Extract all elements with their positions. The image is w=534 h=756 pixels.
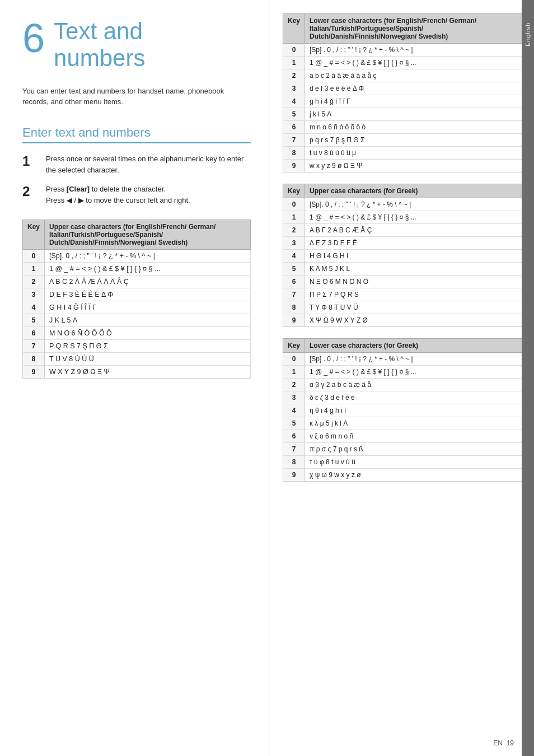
table-row: 9w x y z 9 ø Ω Ξ Ψ	[283, 160, 525, 172]
table-row: 6Ν Ξ Ο 6 M N O Ñ Ö	[283, 276, 525, 288]
key-cell: 1	[23, 263, 45, 276]
left-upper-table: Key Upper case characters (for English/F…	[22, 220, 251, 379]
step-2-text: Press [Clear] to delete the character. P…	[46, 184, 190, 206]
key-cell: 8	[283, 301, 305, 314]
key-cell: 0	[283, 44, 305, 57]
table-row: 11 @ _ # = < > ( ) & £ $ ¥ [ ] { } ¤ § .…	[283, 57, 525, 69]
steps-list: 1 Press once or several times on the alp…	[22, 153, 251, 207]
chars-cell: 1 @ _ # = < > ( ) & £ $ ¥ [ ] { } ¤ § ..…	[45, 263, 251, 276]
chars-cell: [Sp]. 0 , / : ; " ' ! ¡ ? ¿ * + - % \ ^ …	[305, 198, 525, 211]
table-row: 5j k l 5 Λ	[283, 108, 525, 121]
step-2-number: 2	[22, 184, 40, 200]
right-upper-en-table: Key Lower case characters (for English/F…	[283, 13, 525, 172]
key-cell: 2	[283, 379, 305, 391]
chars-cell: Π Ρ Σ 7 P Q R S	[305, 288, 525, 301]
key-cell: 5	[283, 108, 305, 121]
table-row: 2a b c 2 à â æ á ã ä å ç	[283, 69, 525, 82]
table-row: 11 @ _ # = < > ( ) & £ $ ¥ [ ] { } ¤ § .…	[283, 366, 525, 379]
key-cell: 3	[283, 82, 305, 95]
key-cell: 6	[23, 327, 45, 340]
table-row: 0[Sp] . 0 , / : ; " ' ! ¡ ? ¿ * + - % \ …	[283, 353, 525, 366]
chars-cell: T U V 8 Ù Ú Ü	[45, 353, 251, 366]
chars-cell: j k l 5 Λ	[305, 108, 525, 121]
key-cell: 7	[23, 340, 45, 353]
key-cell: 5	[23, 314, 45, 327]
chars-cell: g h i 4 ğ í î ï Γ	[305, 95, 525, 108]
key-cell: 8	[23, 353, 45, 366]
table-row: 9χ ψ ω 9 w x y z ø	[283, 469, 525, 482]
key-cell: 3	[283, 391, 305, 404]
footer-lang: EN	[493, 739, 503, 747]
key-cell: 5	[283, 417, 305, 430]
key-cell: 5	[283, 263, 305, 276]
key-cell: 6	[283, 276, 305, 288]
chars-cell: α β γ 2 a b c à æ ä å	[305, 379, 525, 391]
key-cell: 0	[23, 250, 45, 263]
chars-cell: 1 @ _ # = < > ( ) & £ $ ¥ [ ] { } ¤ § ..…	[305, 211, 525, 224]
left-panel: 6 Text and numbers You can enter text an…	[0, 0, 269, 756]
table-row: 2α β γ 2 a b c à æ ä å	[283, 379, 525, 391]
step-1-number: 1	[22, 153, 40, 170]
table-row: 4Η Θ Ι 4 G H I	[283, 250, 525, 263]
right-panel: Key Lower case characters (for English/F…	[269, 0, 534, 756]
chars-cell: p q r s 7 β ş Π Θ Σ	[305, 134, 525, 147]
chars-cell: χ ψ ω 9 w x y z ø	[305, 469, 525, 482]
chars-cell: Χ Ψ Ω 9 W X Y Z Ø	[305, 314, 525, 327]
key-cell: 2	[283, 224, 305, 237]
key-cell: 3	[23, 288, 45, 301]
chars-cell: [Sp] . 0 , / : ; " ' ! ¡ ? ¿ * + - % \ ^…	[305, 44, 525, 57]
table-row: 6ν ξ ο 6 m n o ñ	[283, 430, 525, 443]
chars-cell: κ λ μ 5 j k l Λ	[305, 417, 525, 430]
chars-cell: D E F 3 È É Ê Ë Δ Φ	[45, 288, 251, 301]
table-row: 0[Sp]. 0 , / : ; " ' ! ¡ ? ¿ * + - % \ ^…	[23, 250, 251, 263]
table-row: 3d e f 3 è é ê ë Δ Φ	[283, 82, 525, 95]
table-row: 6M N O 6 Ñ Ó Ô Õ Ö	[23, 327, 251, 340]
right-upper-gr-chars-header: Upper case characters (for Greek)	[305, 184, 525, 198]
table-row: 8T U V 8 Ù Ú Ü	[23, 353, 251, 366]
section-heading: Enter text and numbers	[22, 125, 251, 143]
key-cell: 4	[23, 301, 45, 314]
table-row: 8t u v 8 ù ú û ü μ	[283, 147, 525, 160]
right-upper-en-key-header: Key	[283, 14, 305, 44]
table-row: 2Α Β Γ 2 A B C Æ Å Ç	[283, 224, 525, 237]
key-cell: 4	[283, 95, 305, 108]
key-cell: 3	[283, 237, 305, 250]
table-row: 6m n o 6 ñ ó ô õ ö ò	[283, 121, 525, 134]
chars-cell: P Q R S 7 Ş Π Θ Σ	[45, 340, 251, 353]
right-upper-gr-key-header: Key	[283, 184, 305, 198]
step-1-text: Press once or several times on the alpha…	[46, 153, 251, 176]
table-row: 11 @ _ # = < > ( ) & £ $ ¥ [ ] { } ¤ § .…	[283, 211, 525, 224]
table-row: 8τ υ φ 8 t u v ù ü	[283, 456, 525, 469]
page-footer: EN 19	[493, 739, 514, 747]
right-upper-gr-table: Key Upper case characters (for Greek) 0[…	[283, 184, 525, 327]
table-row: 9W X Y Z 9 Ø Ω Ξ Ψ	[23, 366, 251, 379]
chars-cell: J K L 5 Λ	[45, 314, 251, 327]
key-cell: 9	[283, 469, 305, 482]
key-cell: 7	[283, 443, 305, 456]
table-row: 0[Sp] . 0 , / : ; " ' ! ¡ ? ¿ * + - % \ …	[283, 44, 525, 57]
key-cell: 4	[283, 404, 305, 417]
chars-cell: A B C 2 À Â Æ Á Ã Ä Å Ç	[45, 276, 251, 288]
key-cell: 1	[283, 366, 305, 379]
chars-cell: G H I 4 Ğ Í Î Ï Γ	[45, 301, 251, 314]
key-cell: 7	[283, 288, 305, 301]
key-cell: 9	[283, 314, 305, 327]
table-row: 11 @ _ # = < > ( ) & £ $ ¥ [ ] { } ¤ § .…	[23, 263, 251, 276]
right-lower-gr-table: Key Lower case characters (for Greek) 0[…	[283, 338, 525, 482]
right-lower-gr-key-header: Key	[283, 339, 305, 353]
chars-cell: M N O 6 Ñ Ó Ô Õ Ö	[45, 327, 251, 340]
chars-cell: Δ Ε Ζ 3 D E F É	[305, 237, 525, 250]
step-2: 2 Press [Clear] to delete the character.…	[22, 184, 251, 206]
chars-cell: t u v 8 ù ú û ü μ	[305, 147, 525, 160]
table-row: 4g h i 4 ğ í î ï Γ	[283, 95, 525, 108]
key-cell: 1	[283, 57, 305, 69]
table-row: 4G H I 4 Ğ Í Î Ï Γ	[23, 301, 251, 314]
chars-cell: Κ Λ Μ 5 J K L	[305, 263, 525, 276]
chars-cell: 1 @ _ # = < > ( ) & £ $ ¥ [ ] { } ¤ § ..…	[305, 366, 525, 379]
key-cell: 1	[283, 211, 305, 224]
chars-cell: Α Β Γ 2 A B C Æ Å Ç	[305, 224, 525, 237]
table-row: 3Δ Ε Ζ 3 D E F É	[283, 237, 525, 250]
key-cell: 2	[23, 276, 45, 288]
table-row: 4η θ ι 4 g h i ì	[283, 404, 525, 417]
chars-cell: η θ ι 4 g h i ì	[305, 404, 525, 417]
